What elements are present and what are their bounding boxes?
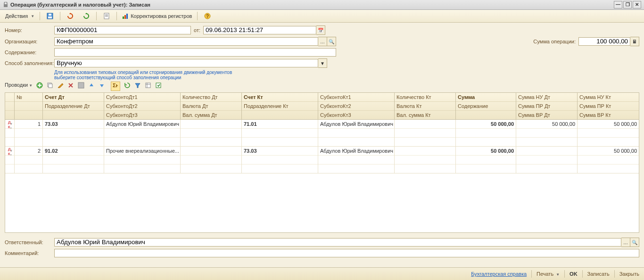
svg-text:Σн: Σн [113, 82, 118, 88]
chevron-down-icon[interactable]: ▼ [318, 58, 327, 68]
edit-row-icon[interactable] [57, 82, 66, 91]
org-field[interactable] [54, 37, 318, 46]
window-title: Операция (бухгалтерский и налоговый учет… [10, 0, 150, 9]
grid-body[interactable]: ДтКт173.03Абдулов Юрий Владимирович71.01… [5, 120, 639, 232]
ok-button[interactable]: OK [570, 271, 578, 277]
sum-field[interactable] [578, 37, 630, 46]
svg-rect-2 [48, 16, 52, 18]
org-label: Организация: [5, 39, 54, 44]
close-window-button[interactable]: ✕ [633, 1, 641, 8]
refresh-green-icon[interactable] [79, 11, 93, 21]
calendar-icon[interactable]: 📅 [316, 25, 325, 35]
refresh-red-icon[interactable] [63, 11, 77, 21]
delete-row-icon[interactable] [67, 82, 76, 91]
footer: Бухгалтерская справка Печать ▼ OK Записа… [0, 267, 644, 280]
content-label: Содержание: [5, 49, 54, 55]
content-field[interactable] [54, 48, 336, 57]
maximize-button[interactable]: ❐ [623, 1, 632, 8]
table-row[interactable]: ДтКт173.03Абдулов Юрий Владимирович71.01… [5, 120, 639, 147]
main-toolbar: Действия▼ Корректировка регистров ? [0, 10, 644, 23]
save-row-icon[interactable] [78, 82, 86, 91]
svg-rect-18 [146, 83, 150, 88]
comment-field[interactable] [54, 249, 639, 257]
calculator-icon[interactable]: 🖩 [630, 37, 639, 46]
copy-row-icon[interactable] [47, 82, 55, 91]
sum-label: Сумма операции: [533, 39, 576, 44]
date-label: от: [194, 27, 200, 33]
settings-icon[interactable] [145, 82, 153, 91]
report-link[interactable]: Бухгалтерская справка [471, 271, 527, 277]
titlebar: Операция (бухгалтерский и налоговый учет… [0, 0, 644, 10]
svg-rect-4 [104, 13, 109, 19]
move-up-icon[interactable] [88, 82, 97, 91]
fill-method-field[interactable] [54, 59, 318, 67]
entries-grid: № Счет ДтПодразделение Дт СубконтоДт1Суб… [5, 92, 639, 233]
svg-rect-15 [49, 84, 52, 88]
export-icon[interactable] [155, 82, 164, 91]
svg-rect-0 [4, 4, 8, 7]
registers-button[interactable]: Корректировка регистров [120, 11, 194, 21]
number-field[interactable] [54, 26, 191, 34]
bottom-form: Ответственный: … 🔍 Комментарий: [0, 235, 644, 260]
refresh-icon[interactable] [124, 82, 132, 91]
table-row[interactable]: ДтКт291.02Прочие внереализационные...73.… [5, 147, 639, 173]
svg-text:?: ? [206, 14, 209, 19]
sigma-icon[interactable]: Σн [111, 82, 120, 91]
save-button[interactable]: Записать [587, 271, 610, 277]
filter-icon[interactable] [134, 82, 143, 91]
responsible-label: Ответственный: [5, 239, 54, 245]
responsible-field[interactable] [54, 238, 621, 247]
svg-rect-9 [124, 15, 126, 19]
form-area: Номер: от: 📅 Организация: … 🔍 Сумма опер… [0, 23, 644, 235]
help-icon[interactable]: ? [200, 11, 215, 21]
svg-rect-21 [156, 83, 161, 88]
svg-rect-8 [123, 16, 124, 19]
fill-label: Способ заполнения: [5, 60, 54, 66]
fill-hint: Для использования типовых операций или с… [54, 70, 232, 80]
report-icon[interactable] [99, 11, 114, 21]
date-field[interactable] [203, 26, 316, 34]
actions-menu[interactable]: Действия▼ [3, 11, 37, 21]
comment-label: Комментарий: [5, 250, 54, 256]
entries-menu[interactable]: Проводки▼ [5, 82, 33, 91]
lock-icon [3, 2, 8, 8]
select-icon[interactable]: … [621, 238, 630, 247]
search-icon[interactable]: 🔍 [327, 37, 336, 46]
close-button[interactable]: Закрыть [619, 271, 639, 277]
hint-link-2[interactable]: выберите соответствующий способ заполнен… [54, 75, 181, 80]
minimize-button[interactable]: — [614, 1, 622, 8]
hint-link[interactable]: Для использования типовых операций или с… [54, 70, 232, 75]
print-button[interactable]: Печать ▼ [537, 271, 560, 277]
entries-toolbar: Проводки▼ Σн [5, 80, 639, 92]
svg-rect-16 [78, 82, 84, 88]
select-icon[interactable]: … [318, 37, 327, 46]
move-down-icon[interactable] [99, 82, 107, 91]
add-row-icon[interactable] [36, 82, 45, 91]
save-icon[interactable] [43, 11, 57, 21]
svg-rect-10 [126, 14, 128, 19]
search-icon[interactable]: 🔍 [630, 238, 639, 247]
grid-header: № Счет ДтПодразделение Дт СубконтоДт1Суб… [5, 93, 639, 120]
number-label: Номер: [5, 27, 54, 33]
svg-rect-3 [49, 14, 51, 16]
